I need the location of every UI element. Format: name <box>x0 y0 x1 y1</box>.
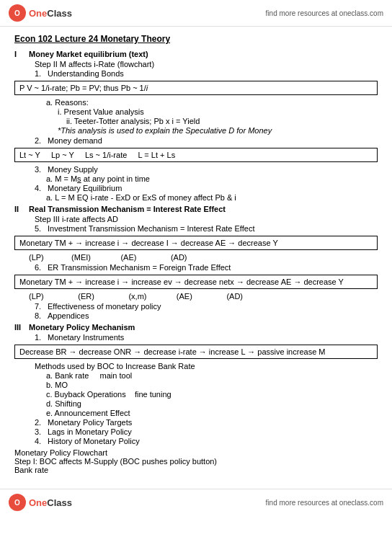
box-money-demand: Lt ~ Y Lp ~ Y Ls ~ 1/i-rate L = Lt + Ls <box>14 148 378 162</box>
labels-row-1: (LP) (MEI) (AE) (AD) <box>14 253 378 262</box>
box-decrease-br: Decrease BR → decrease ONR → decrease i-… <box>14 345 378 359</box>
money-supply-label: Money Supply <box>48 165 98 174</box>
method-b: b. MO <box>14 381 378 389</box>
step-III: Step III i-rate affects AD <box>14 215 378 223</box>
method-a: a. Bank rate main tool <box>14 371 378 380</box>
page-title: Econ 102 Lecture 24 Monetary Theory <box>14 34 378 44</box>
header: O OneClass find more resources at onecla… <box>0 0 392 27</box>
footer-item-2: Step I: BOC affects M-Supply (BOC pushes… <box>14 457 378 466</box>
section-III: III Monetary Policy Mechanism 1. Monetar… <box>14 323 378 445</box>
numbered-8: 8. Appendices <box>14 311 378 320</box>
box-monetary-tm-2: Monetary TM + → increase i → increase ev… <box>14 275 378 289</box>
reason-ii: ii. Teeter-Totter analysis; Pb x i = Yie… <box>14 117 378 125</box>
italic-note: *This analysis is used to explain the Sp… <box>14 126 378 135</box>
footer-logo: O OneClass <box>9 494 72 511</box>
section-III-heading: III Monetary Policy Mechanism <box>14 323 378 332</box>
footer-tagline: find more resources at oneclass.com <box>266 499 383 507</box>
labels-row-2: (LP) (ER) (x,m) (AE) (AD) <box>14 292 378 301</box>
numbered-III-1: 1. Monetary Instruments <box>14 333 378 342</box>
box-bonds: P V ~ 1/i-rate; Pb = PV; thus Pb ~ 1/i <box>14 81 378 95</box>
method-e: e. Announcement Effect <box>14 409 378 417</box>
numbered-4: 4. Monetary Equilibrium <box>14 184 378 192</box>
numbered-1: 1. Understanding Bonds <box>14 69 378 78</box>
reason-heading: a. Reasons: <box>14 98 378 107</box>
logo-icon: O <box>9 4 26 22</box>
numbered-III-3: 3. Lags in Monetary Policy <box>14 427 378 436</box>
numbered-III-2: 2. Monetary Policy Targets <box>14 418 378 427</box>
section-I: I Money Market equilibrium (text) Step I… <box>14 50 378 202</box>
logo-text: OneClass <box>29 8 72 19</box>
numbered-5: 5. Investment Transmission Mechanism = I… <box>14 224 378 233</box>
money-supply-a: a. M = Ms at any point in time <box>14 174 378 183</box>
numbered-6: 6. ER Transmission Mechanism = Foreign T… <box>14 263 378 272</box>
step-II: Step II M affects i-Rate (flowchart) <box>14 60 378 68</box>
footer-item-3: Bank rate <box>14 466 378 474</box>
section-I-heading: I Money Market equilibrium (text) <box>14 50 378 58</box>
reason-i: i. Present Value analysis <box>14 107 378 116</box>
footer-item-1: Monetary Policy Flowchart <box>14 448 378 457</box>
footer: O OneClass find more resources at onecla… <box>0 489 392 515</box>
section-II: II Real Transmission Mechanism = Interes… <box>14 205 378 320</box>
methods-heading: Methods used by BOC to Increase Bank Rat… <box>14 362 378 370</box>
monetary-eq-a: a. L = M EQ i-rate - ExD or ExS of money… <box>14 193 378 202</box>
main-content: Econ 102 Lecture 24 Monetary Theory I Mo… <box>0 27 392 481</box>
footer-logo-icon: O <box>9 494 26 511</box>
method-d: d. Shifting <box>14 399 378 408</box>
method-c: c. Buyback Operations fine tuning <box>14 390 378 399</box>
numbered-III-4: 4. History of Monetary Policy <box>14 437 378 445</box>
logo: O OneClass <box>9 4 72 22</box>
header-tagline: find more resources at oneclass.com <box>266 9 383 17</box>
box-monetary-tm-1: Monetary TM + → increase i → decrease I … <box>14 236 378 250</box>
numbered-2: 2. Money demand <box>14 136 378 145</box>
footer-logo-text: OneClass <box>29 497 72 508</box>
numbered-7: 7. Effectiveness of monetary policy <box>14 302 378 311</box>
section-II-heading: II Real Transmission Mechanism = Interes… <box>14 205 378 213</box>
numbered-3: 3. Money Supply <box>14 165 378 174</box>
